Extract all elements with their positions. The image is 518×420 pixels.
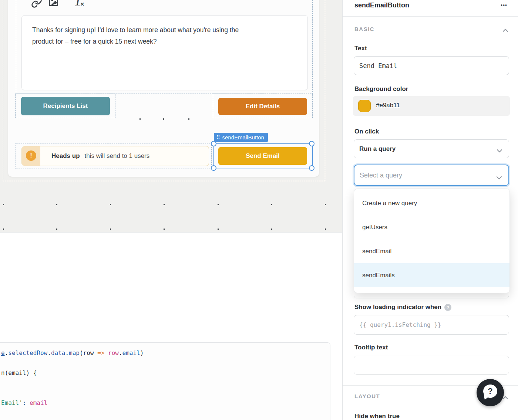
code-line: n(email) { — [0, 369, 330, 379]
tooltip-text-input[interactable] — [354, 356, 509, 375]
selection-tag[interactable]: ⠿ sendEmailButton — [214, 133, 268, 142]
grid-dot — [271, 204, 272, 205]
grid-dot — [56, 228, 57, 230]
clear-formatting-icon[interactable]: T✕ — [75, 0, 84, 7]
code-editor[interactable]: e.selectedRow.data.map(row => row.email)… — [0, 342, 330, 420]
warning-icon: ! — [26, 150, 36, 161]
inspector-panel: sendEmailButton ••• BASIC Text Send Emai… — [342, 0, 518, 420]
code-line: e.selectedRow.data.map(row => row.email) — [0, 349, 330, 359]
basic-collapse-icon[interactable] — [503, 27, 508, 33]
chevron-down-icon — [497, 175, 502, 181]
color-hex-value: #e9ab11 — [376, 102, 400, 109]
color-swatch[interactable] — [358, 100, 371, 112]
image-icon[interactable] — [48, 0, 59, 9]
hide-when-true-label: Hide when true — [354, 413, 400, 420]
query-select-dropdown[interactable]: Select a query — [354, 165, 509, 186]
query-option[interactable]: Create a new query — [354, 191, 509, 215]
grid-dot — [164, 204, 165, 205]
grid-dot — [110, 228, 111, 230]
grid-dot — [56, 204, 57, 205]
help-icon[interactable]: ? — [444, 304, 451, 311]
loading-indicator-input[interactable]: {{ query1.isFetching }} — [354, 315, 509, 335]
text-label: Text — [354, 45, 367, 52]
recipients-list-button[interactable]: Recipients List — [21, 97, 110, 115]
code-line — [0, 389, 330, 399]
alert-title: Heads up — [51, 152, 80, 160]
grid-dot — [271, 228, 272, 230]
basic-section-header: BASIC — [354, 26, 374, 32]
grid-dot — [164, 228, 165, 230]
grid-dot — [163, 118, 164, 120]
code-line: Email': email — [0, 399, 330, 409]
grid-dot — [139, 118, 141, 120]
tooltip-text-label: Tooltip text — [354, 344, 388, 351]
query-option[interactable]: getUsers — [354, 215, 509, 239]
query-option[interactable]: sendEmails — [354, 263, 509, 287]
alert-message: this will send to 1 users — [85, 152, 150, 160]
grid-dot — [188, 118, 189, 120]
query-option[interactable]: sendEmail — [354, 239, 509, 263]
heads-up-alert: ! Heads up this will send to 1 users — [21, 146, 209, 166]
canvas[interactable]: T✕ Thanks for signing up! I'd love to le… — [0, 0, 342, 232]
app-window: T✕ Thanks for signing up! I'd love to le… — [0, 0, 518, 420]
grid-dot — [3, 204, 4, 205]
link-icon[interactable] — [31, 0, 42, 10]
email-body-line1: Thanks for signing up! I'd love to learn… — [32, 24, 299, 36]
help-fab-button[interactable]: ? — [477, 379, 504, 406]
on-click-dropdown[interactable]: Run a query — [354, 139, 509, 158]
code-lines: e.selectedRow.data.map(row => row.email)… — [0, 349, 330, 409]
inspector-title-divider — [343, 16, 518, 17]
layout-section-header: LAYOUT — [354, 393, 380, 399]
drag-handle-icon: ⠿ — [216, 135, 220, 140]
selection-handle-sw[interactable] — [211, 165, 216, 171]
code-line — [0, 359, 330, 369]
grid-dot — [325, 204, 326, 205]
inspector-menu-icon[interactable]: ••• — [501, 2, 507, 8]
grid-dot — [325, 228, 326, 230]
selection-handle-ne[interactable] — [309, 141, 314, 146]
email-body-line2: product for – free for a quick 15 next w… — [32, 36, 299, 47]
selection-tag-label: sendEmailButton — [222, 134, 264, 140]
grid-dot — [3, 228, 4, 230]
richtext-editor[interactable]: Thanks for signing up! I'd love to learn… — [21, 15, 308, 90]
grid-dot — [218, 228, 219, 230]
background-color-picker[interactable]: #e9ab11 — [353, 96, 510, 116]
selection-handle-se[interactable] — [309, 165, 314, 171]
on-click-label: On click — [354, 128, 379, 135]
send-email-button[interactable]: Send Email — [218, 147, 307, 165]
query-options-popover: Create a new querygetUserssendEmailsendE… — [354, 189, 510, 293]
query-editor-panel: sendEmails ••• Preview ▶Run vascript) ri… — [0, 232, 342, 420]
grid-dot — [110, 204, 111, 205]
edit-details-button[interactable]: Edit Details — [218, 98, 307, 115]
email-body-text: Thanks for signing up! I'd love to learn… — [32, 24, 299, 47]
hidden-section-divider — [343, 196, 353, 196]
loading-indicator-label: Show loading indicator when? — [354, 304, 451, 311]
text-input[interactable]: Send Email — [354, 56, 509, 75]
grid-dot — [218, 204, 219, 205]
code-line — [0, 379, 330, 389]
inspector-title: sendEmailButton — [354, 1, 409, 9]
background-color-label: Background color — [354, 85, 408, 93]
selection-handle-nw[interactable] — [211, 141, 216, 146]
chevron-down-icon — [497, 148, 502, 154]
